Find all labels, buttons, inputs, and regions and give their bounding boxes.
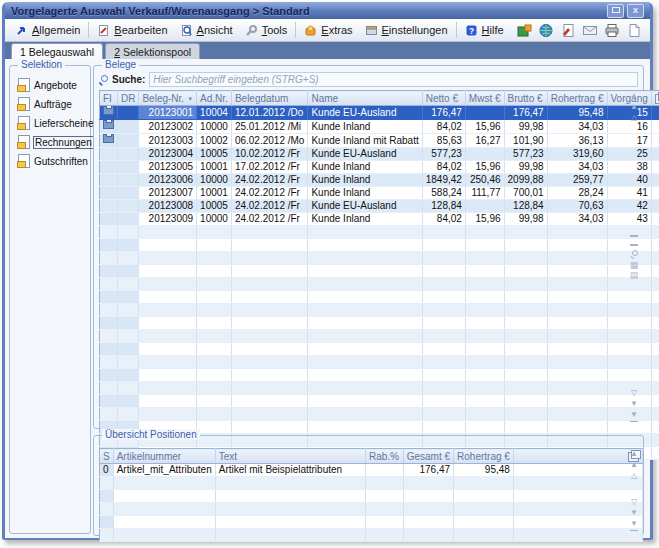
col-header-filler[interactable] [651,91,659,106]
help-question-icon: ? [465,24,478,37]
table-row[interactable]: 201230021000025.01.2012 /MiKunde Inland8… [100,120,659,134]
empty-row[interactable] [100,226,659,239]
empty-row[interactable] [100,239,659,252]
col-header-fi[interactable]: FI [100,91,118,106]
cell-rohertrag [547,382,607,395]
col-header-s[interactable]: S [100,449,114,464]
scroll-page-up-button[interactable]: ▲ [630,102,638,113]
empty-row[interactable] [100,291,659,304]
cell-rab [365,464,403,477]
menu-ansicht[interactable]: Ansicht [174,22,239,39]
table-row[interactable]: 201230071000124.02.2012 /FrKunde Inland5… [100,187,659,200]
table-row[interactable]: 201230081000524.02.2012 /FrKunde EU-Ausl… [100,200,659,213]
globe-icon[interactable] [538,23,554,38]
menu-allgemein[interactable]: Allgemein [9,22,86,39]
cell-netto [422,395,465,408]
cell-ad [197,330,232,343]
col-header-artikelnummer[interactable]: Artikelnummer [113,449,215,464]
restore-button[interactable] [607,4,624,18]
export-document-icon[interactable] [560,23,576,38]
col-header-dr[interactable]: DR [118,91,139,106]
empty-row[interactable] [100,304,659,317]
empty-row[interactable] [100,503,643,516]
scroll-up-button[interactable]: △ [631,471,637,482]
cell-netto [422,304,465,317]
empty-row[interactable] [100,330,659,343]
empty-row[interactable] [100,516,643,529]
col-header-rohertrag[interactable]: Rohertrag € [454,449,514,464]
cell-dr [118,408,139,421]
col-header-rohertrag[interactable]: Rohertrag € [547,91,607,106]
table-row[interactable]: 201230091000024.02.2012 /FrKunde Inland8… [100,213,659,226]
col-header-brutto[interactable]: Brutto € [504,91,547,106]
col-header-beleg[interactable]: Beleg-Nr.▼ [139,91,197,106]
menu-tools[interactable]: Tools [239,22,294,39]
close-button[interactable]: x [627,4,644,18]
sidebar-item-gutschriften[interactable]: Gutschriften [18,154,88,168]
col-header-gesamt[interactable]: Gesamt € [403,449,453,464]
scroll-last-button[interactable]: ▼ [630,410,638,422]
scroll-up-button[interactable]: △ [631,113,637,124]
cell-fi [100,200,118,213]
scroll-first-button[interactable]: ▲ [630,448,638,460]
table-row[interactable]: 201230061000024.02.2012 /FrKunde Inland1… [100,174,659,187]
empty-row[interactable] [100,477,643,490]
grid-view-icon[interactable]: ▦ [630,260,639,270]
zoom-grid-icon[interactable] [630,250,638,258]
printer-toolbar-icon[interactable] [604,23,620,38]
sidebar-item-auftraege[interactable]: Aufträge [18,97,88,111]
scroll-down-button[interactable]: ▽ [631,497,637,508]
table-row[interactable]: 0Artikel_mit_AttributenArtikel mit Beisp… [100,464,643,477]
search-input[interactable] [149,72,638,87]
table-row[interactable]: 201230051000117.02.2012 /FrKunde Inland8… [100,161,659,174]
col-header-ad[interactable]: Ad.Nr. [197,91,232,106]
empty-row[interactable] [100,490,643,503]
svg-text:?: ? [468,25,473,35]
menu-einstellungen[interactable]: Einstellungen [359,22,454,39]
row-list-icon[interactable] [630,235,638,246]
empty-row[interactable] [100,356,659,369]
table-row[interactable]: 201230011000412.01.2012 /DoKunde EU-Ausl… [100,106,659,120]
col-header-filler[interactable] [513,449,642,464]
empty-row[interactable] [100,369,659,382]
empty-row[interactable] [100,343,659,356]
empty-row[interactable] [100,252,659,265]
sidebar-item-angebote[interactable]: Angebote [18,78,88,92]
scroll-page-down-button[interactable]: ▼ [630,399,638,410]
sidebar-item-lieferscheine[interactable]: Lieferscheine [18,116,88,130]
cell-mwst [465,200,504,213]
empty-row[interactable] [100,395,659,408]
scroll-page-down-button[interactable]: ▼ [630,508,638,519]
cell-artikelnummer: Artikel_mit_Attributen [113,464,215,477]
empty-row[interactable] [100,265,659,278]
col-header-name[interactable]: Name [308,91,422,106]
table-row[interactable]: 201230041000510.02.2012 /FrKunde EU-Ausl… [100,148,659,161]
empty-row[interactable] [100,529,643,542]
empty-row[interactable] [100,317,659,330]
package-icon[interactable] [516,23,532,38]
scroll-down-button[interactable]: ▽ [631,388,637,399]
empty-row[interactable] [100,408,659,421]
scroll-last-button[interactable]: ▼ [630,519,638,531]
col-header-mwst[interactable]: Mwst € [465,91,504,106]
column-view-icon[interactable]: ▤ [630,270,639,280]
tab-belegauswahl[interactable]: 1 Belegauswahl [11,43,103,59]
copy-grid-icon[interactable] [655,94,659,104]
tab-selektionspool[interactable]: 2 Selektionspool [105,43,200,59]
empty-row[interactable] [100,382,659,395]
scroll-first-button[interactable]: ▲ [630,90,638,102]
menu-bearbeiten[interactable]: Bearbeiten [91,22,173,39]
menu-extras[interactable]: Extras [298,22,358,39]
scroll-page-up-button[interactable]: ▲ [630,460,638,471]
col-header-text[interactable]: Text [215,449,365,464]
table-row[interactable]: 201230031000206.02.2012 /MoKunde Inland … [100,134,659,148]
col-header-netto[interactable]: Netto € [422,91,465,106]
cell-netto [422,252,465,265]
empty-row[interactable] [100,278,659,291]
sidebar-item-rechnungen[interactable]: Rechnungen [18,135,88,149]
col-header-datum[interactable]: Belegdatum [231,91,308,106]
menu-hilfe[interactable]: ? Hilfe [459,22,510,39]
new-page-icon[interactable] [626,23,642,38]
mail-icon[interactable] [582,23,598,38]
col-header-rab[interactable]: Rab.% [365,449,403,464]
